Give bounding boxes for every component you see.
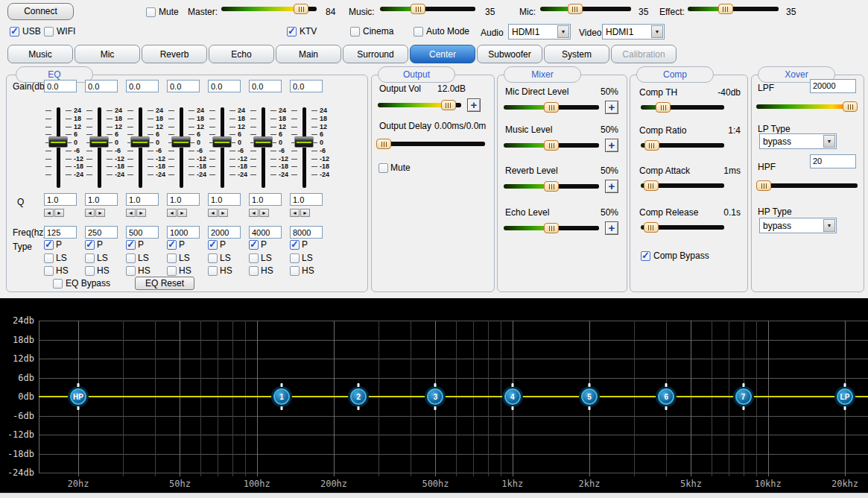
eq-band-7-type-hs-checkbox[interactable] bbox=[290, 266, 300, 276]
eq-marker-5[interactable]: 5 bbox=[581, 388, 598, 405]
slider-thumb[interactable] bbox=[253, 136, 273, 148]
eq-band-7-gain-field[interactable]: 0.0 bbox=[290, 80, 323, 92]
eq-band-6-freq-field[interactable]: 4000 bbox=[249, 226, 282, 239]
ktv-checkbox[interactable] bbox=[287, 27, 297, 37]
mixer-row-slider[interactable] bbox=[504, 102, 599, 113]
eq-band-3-type-hs-checkbox[interactable] bbox=[126, 266, 136, 276]
eq-band-2-gain-field[interactable]: 0.0 bbox=[85, 80, 118, 92]
hp-type-select[interactable]: bypass ▼ bbox=[759, 218, 837, 233]
eq-band-1-gain-field[interactable]: 0.0 bbox=[44, 80, 77, 92]
chevron-down-icon[interactable]: ▼ bbox=[557, 25, 569, 38]
eq-marker-2[interactable]: 2 bbox=[350, 388, 367, 405]
eq-band-4-gain-field[interactable]: 0.0 bbox=[167, 80, 200, 92]
eq-band-2-type-ls-checkbox[interactable] bbox=[85, 253, 95, 263]
eq-band-6-type-hs-checkbox[interactable] bbox=[249, 266, 259, 276]
mixer-row-plus-button[interactable]: + bbox=[605, 180, 618, 193]
tab-system[interactable]: System bbox=[544, 45, 609, 63]
output-delay-slider[interactable] bbox=[376, 139, 485, 149]
comp-row-slider[interactable] bbox=[641, 180, 724, 191]
slider-thumb[interactable] bbox=[411, 4, 425, 14]
spinner-right-button[interactable]: ► bbox=[136, 209, 146, 217]
spinner-left-button[interactable]: ◄ bbox=[126, 209, 136, 217]
eq-marker-3[interactable]: 3 bbox=[427, 388, 443, 405]
mixer-row-plus-button[interactable]: + bbox=[605, 101, 618, 114]
eq-band-3-type-p-checkbox[interactable] bbox=[126, 240, 136, 250]
tab-mic[interactable]: Mic bbox=[75, 45, 140, 63]
tab-main[interactable]: Main bbox=[276, 45, 341, 63]
eq-marker-lp[interactable]: LP bbox=[837, 388, 853, 405]
eq-band-5-gain-slider[interactable]: 24181260-6-12-18-24 bbox=[205, 105, 244, 193]
spinner-right-button[interactable]: ► bbox=[218, 209, 228, 217]
slider-thumb[interactable] bbox=[544, 223, 559, 233]
slider-thumb[interactable] bbox=[130, 136, 150, 148]
output-mute-checkbox[interactable] bbox=[378, 163, 388, 173]
mixer-row-plus-button[interactable]: + bbox=[605, 139, 618, 152]
slider-thumb[interactable] bbox=[656, 102, 671, 113]
eq-band-1-type-p-checkbox[interactable] bbox=[44, 240, 54, 250]
slider-thumb[interactable] bbox=[644, 180, 659, 191]
spinner-right-button[interactable]: ► bbox=[177, 209, 187, 217]
slider-thumb[interactable] bbox=[718, 4, 733, 14]
music-slider[interactable] bbox=[380, 4, 475, 14]
comp-row-slider[interactable] bbox=[641, 222, 724, 233]
eq-band-3-gain-field[interactable]: 0.0 bbox=[126, 80, 159, 92]
spinner-left-button[interactable]: ◄ bbox=[167, 209, 177, 217]
auto-mode-checkbox[interactable] bbox=[414, 27, 423, 37]
eq-band-7-q-field[interactable]: 1.0 bbox=[290, 193, 323, 206]
video-select[interactable]: HDMI1 ▼ bbox=[602, 24, 665, 40]
slider-thumb[interactable] bbox=[441, 100, 456, 110]
slider-thumb[interactable] bbox=[644, 140, 659, 151]
eq-band-3-freq-field[interactable]: 500 bbox=[126, 226, 159, 239]
eq-band-4-type-ls-checkbox[interactable] bbox=[167, 253, 177, 263]
eq-band-4-type-p-checkbox[interactable] bbox=[167, 240, 177, 250]
spinner-right-button[interactable]: ► bbox=[300, 209, 310, 217]
eq-marker-1[interactable]: 1 bbox=[273, 388, 290, 405]
comp-row-slider[interactable] bbox=[641, 102, 724, 113]
eq-band-6-gain-slider[interactable]: 24181260-6-12-18-24 bbox=[246, 105, 285, 193]
wifi-checkbox[interactable] bbox=[44, 27, 54, 37]
eq-band-2-gain-slider[interactable]: 24181260-6-12-18-24 bbox=[82, 105, 121, 193]
master-slider[interactable] bbox=[221, 4, 317, 14]
lpf-slider[interactable] bbox=[756, 101, 858, 112]
eq-reset-button[interactable]: EQ Reset bbox=[135, 277, 194, 290]
mute-checkbox[interactable] bbox=[146, 7, 156, 17]
eq-band-2-type-p-checkbox[interactable] bbox=[85, 240, 95, 250]
mixer-row-slider[interactable] bbox=[504, 223, 599, 233]
mixer-row-slider[interactable] bbox=[504, 140, 599, 151]
output-vol-plus-button[interactable]: + bbox=[467, 98, 481, 112]
output-vol-slider[interactable] bbox=[378, 100, 461, 110]
spinner-right-button[interactable]: ► bbox=[259, 209, 269, 217]
slider-thumb[interactable] bbox=[756, 180, 771, 191]
eq-band-4-gain-slider[interactable]: 24181260-6-12-18-24 bbox=[164, 105, 203, 193]
eq-marker-4[interactable]: 4 bbox=[504, 388, 521, 405]
spinner-left-button[interactable]: ◄ bbox=[249, 209, 259, 217]
chevron-down-icon[interactable]: ▼ bbox=[823, 135, 835, 148]
eq-band-1-type-hs-checkbox[interactable] bbox=[44, 266, 54, 276]
tab-reverb[interactable]: Reverb bbox=[142, 45, 207, 63]
eq-band-5-gain-field[interactable]: 0.0 bbox=[208, 80, 241, 92]
mixer-row-slider[interactable] bbox=[504, 181, 599, 192]
eq-band-2-q-field[interactable]: 1.0 bbox=[85, 193, 118, 206]
slider-thumb[interactable] bbox=[48, 136, 68, 148]
eq-band-7-type-ls-checkbox[interactable] bbox=[290, 253, 300, 263]
audio-select[interactable]: HDMI1 ▼ bbox=[508, 24, 571, 40]
spinner-left-button[interactable]: ◄ bbox=[44, 209, 54, 217]
slider-thumb[interactable] bbox=[843, 101, 858, 112]
slider-thumb[interactable] bbox=[544, 181, 559, 192]
eq-marker-6[interactable]: 6 bbox=[658, 388, 674, 405]
eq-band-1-freq-field[interactable]: 125 bbox=[44, 226, 77, 239]
eq-band-4-q-field[interactable]: 1.0 bbox=[167, 193, 200, 206]
eq-band-3-q-field[interactable]: 1.0 bbox=[126, 193, 159, 206]
tab-music[interactable]: Music bbox=[7, 45, 73, 63]
mic-slider[interactable] bbox=[540, 4, 631, 14]
eq-band-7-type-p-checkbox[interactable] bbox=[290, 240, 300, 250]
chevron-down-icon[interactable]: ▼ bbox=[651, 25, 663, 38]
tab-subwoofer[interactable]: Subwoofer bbox=[477, 45, 542, 63]
slider-thumb[interactable] bbox=[89, 136, 109, 148]
chevron-down-icon[interactable]: ▼ bbox=[823, 219, 835, 232]
eq-marker-7[interactable]: 7 bbox=[735, 388, 752, 405]
spinner-left-button[interactable]: ◄ bbox=[290, 209, 300, 217]
eq-band-4-type-hs-checkbox[interactable] bbox=[167, 266, 177, 276]
eq-band-5-type-p-checkbox[interactable] bbox=[208, 240, 218, 250]
tab-center[interactable]: Center bbox=[410, 45, 475, 63]
